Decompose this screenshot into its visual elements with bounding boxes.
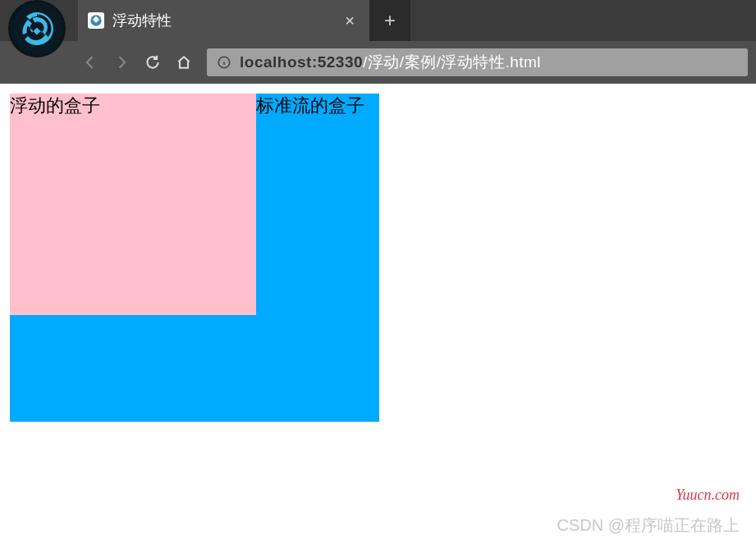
float-box: 浮动的盒子	[10, 94, 256, 315]
tab-strip: 浮动特性 × +	[0, 0, 756, 41]
url-text: localhost:52330/浮动/案例/浮动特性.html	[240, 52, 541, 73]
watermark-csdn: CSDN @程序喵正在路上	[557, 514, 740, 537]
address-bar[interactable]: localhost:52330/浮动/案例/浮动特性.html	[207, 48, 748, 76]
site-info-icon[interactable]	[217, 55, 231, 70]
browser-logo-icon	[8, 0, 66, 57]
standard-box-label: 标准流的盒子	[256, 95, 364, 116]
watermark-yuucn: Yuucn.com	[676, 487, 740, 504]
standard-flow-box: 浮动的盒子 标准流的盒子	[10, 94, 379, 422]
tab-favicon-icon	[88, 12, 104, 29]
new-tab-button[interactable]: +	[369, 0, 410, 41]
tab-title: 浮动特性	[112, 11, 332, 30]
home-button[interactable]	[176, 54, 192, 71]
reload-button[interactable]	[144, 54, 161, 71]
page-viewport: 浮动的盒子 标准流的盒子	[0, 84, 756, 553]
nav-bar: localhost:52330/浮动/案例/浮动特性.html	[0, 41, 756, 84]
tab-close-icon[interactable]: ×	[340, 11, 360, 30]
forward-button[interactable]	[113, 54, 130, 71]
browser-tab[interactable]: 浮动特性 ×	[78, 0, 369, 41]
back-button[interactable]	[82, 54, 99, 71]
